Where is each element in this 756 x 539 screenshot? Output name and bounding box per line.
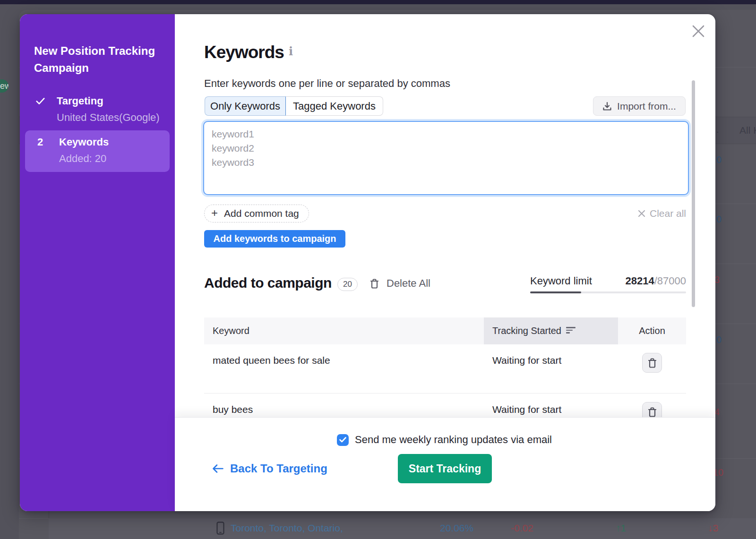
email-updates-option: Send me weekly ranking updates via email (337, 434, 552, 446)
background-metric: 0 (716, 154, 722, 165)
keyword-input-tabs: Only Keywords Tagged Keywords (205, 96, 383, 116)
wizard-title: New Position Tracking Campaign (34, 43, 163, 77)
sidebar-step-targeting-value: United States(Google) (57, 111, 160, 124)
tracking-started-label: Tracking Started (492, 325, 561, 336)
background-metric: 0 (716, 334, 722, 345)
delete-keyword-button[interactable] (642, 353, 662, 373)
delete-all-button[interactable]: Delete All (370, 277, 430, 290)
sidebar-step-targeting[interactable]: Targeting (57, 95, 103, 107)
clear-x-icon (638, 210, 645, 217)
keyword-limit-progress-fill (530, 291, 581, 293)
step-number: 2 (35, 136, 45, 148)
background-metric: 0 (716, 214, 722, 225)
keyword-limit-value: 28214/87000 (530, 275, 686, 287)
import-from-button[interactable]: Import from... (593, 96, 686, 116)
sort-descending-icon (566, 327, 576, 335)
clear-all-label: Clear all (650, 208, 686, 219)
background-improved-value: ↑1 (616, 522, 626, 534)
email-updates-label: Send me weekly ranking updates via email (355, 434, 552, 446)
cell-tracking-status: Waiting for start (484, 344, 618, 393)
added-to-campaign-title: Added to campaign (204, 275, 332, 291)
checkbox-check-icon (339, 437, 346, 443)
trash-icon (370, 279, 379, 289)
import-from-label: Import from... (617, 101, 676, 112)
new-position-tracking-campaign-modal: New Position Tracking Campaign Targeting… (20, 14, 715, 511)
background-top-navbar (0, 0, 756, 4)
column-header-tracking-started[interactable]: Tracking Started (484, 317, 618, 344)
close-icon[interactable] (691, 24, 705, 38)
page-title: Keywords (204, 42, 284, 62)
back-to-targeting-link[interactable]: Back To Targeting (212, 462, 327, 475)
email-updates-checkbox[interactable] (337, 434, 349, 446)
background-visibility-value: 20.06% (440, 522, 473, 534)
back-arrow-icon (212, 464, 223, 473)
keyword-limit-total: /87000 (654, 275, 686, 287)
modal-scrollbar-thumb[interactable] (692, 80, 695, 307)
table-row: mated queen bees for sale Waiting for st… (204, 344, 686, 394)
trash-icon (648, 358, 657, 368)
table-header-row: Keyword Tracking Started Action (204, 317, 686, 344)
mobile-phone-icon (216, 522, 224, 535)
keyword-limit-progressbar (530, 291, 686, 293)
added-count-badge: 20 (337, 278, 358, 291)
keyword-limit-used: 28214 (626, 275, 654, 287)
tab-tagged-keywords[interactable]: Tagged Keywords (286, 96, 383, 116)
add-common-tag-label: Add common tag (224, 208, 299, 219)
delete-all-label: Delete All (387, 277, 430, 290)
cell-action (618, 344, 686, 393)
sidebar-step-keywords-count: Added: 20 (59, 153, 106, 165)
download-icon (602, 102, 612, 111)
step-done-check-icon (36, 97, 45, 105)
column-header-keyword[interactable]: Keyword (204, 317, 484, 344)
background-declined-value: ↓3 (708, 522, 718, 534)
column-header-action: Action (618, 317, 686, 344)
background-location-link: Toronto, Toronto, Ontario, (231, 522, 343, 534)
trash-icon (648, 407, 657, 417)
new-badge: New (0, 79, 9, 93)
info-icon[interactable]: i (289, 44, 293, 58)
sidebar-step-keywords-label: Keywords (59, 136, 109, 148)
back-to-targeting-label: Back To Targeting (230, 462, 327, 475)
wizard-sidebar: New Position Tracking Campaign Targeting… (20, 14, 175, 511)
modal-footer: Send me weekly ranking updates via email… (175, 417, 715, 511)
sidebar-step-keywords[interactable]: 2 Keywords Added: 20 (25, 130, 170, 172)
keywords-textarea[interactable] (203, 121, 689, 195)
keywords-instruction: Enter keywords one per line or separated… (204, 77, 450, 90)
cell-keyword: mated queen bees for sale (204, 344, 484, 393)
background-diff-value: -0.02 (511, 522, 533, 534)
background-header-all-keywords: All Keywords (739, 125, 756, 136)
start-tracking-button[interactable]: Start Tracking (398, 454, 492, 483)
add-common-tag-button[interactable]: + Add common tag (204, 205, 309, 222)
plus-icon: + (211, 207, 218, 219)
tab-only-keywords[interactable]: Only Keywords (205, 96, 286, 116)
clear-all-button[interactable]: Clear all (627, 205, 686, 222)
add-keywords-to-campaign-button[interactable]: Add keywords to campaign (204, 230, 345, 248)
background-bottom-row (49, 518, 756, 539)
